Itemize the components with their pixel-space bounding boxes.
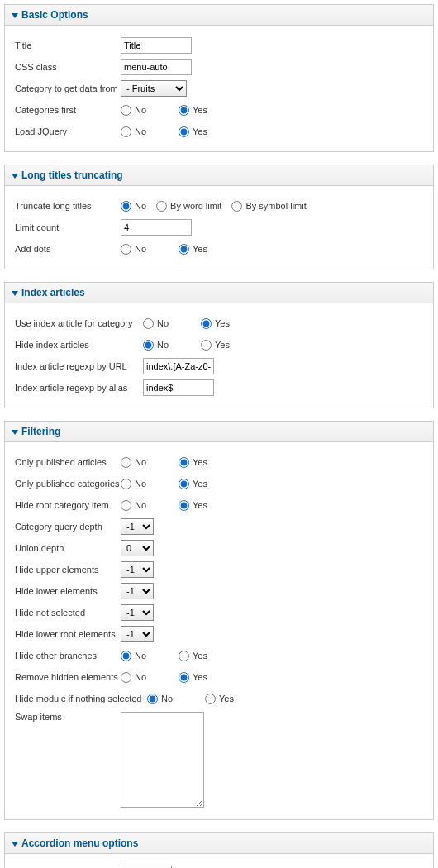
trunc-word[interactable] <box>156 201 167 212</box>
pubcat-yes[interactable] <box>179 479 189 489</box>
label-limit: Limit count <box>15 222 121 232</box>
toggle-icon[interactable] <box>12 291 18 296</box>
trunc-symbol[interactable] <box>231 201 242 212</box>
panel-title: Basic Options <box>21 9 88 21</box>
label-category: Category to get data from <box>15 83 121 93</box>
label-title: Title <box>15 41 121 50</box>
label-pubart: Only published articles <box>15 457 121 467</box>
panel-title: Filtering <box>21 426 60 437</box>
label-hlroot: Hide lower root elements <box>15 629 121 639</box>
jquery-yes[interactable] <box>179 126 189 137</box>
label-hide-index: Hide index articles <box>15 340 143 350</box>
toggle-icon[interactable] <box>12 174 18 179</box>
panel-header-filter: Filtering <box>5 422 433 442</box>
label-hmod: Hide module if nothing selected <box>15 694 147 703</box>
hother-yes[interactable] <box>179 651 189 661</box>
panel-title: Long titles truncating <box>21 169 123 181</box>
depth-select[interactable]: -1 <box>121 518 154 535</box>
label-jquery: Load JQuery <box>15 126 121 136</box>
use-index-no[interactable] <box>143 318 154 329</box>
label-hideroot: Hide root category item <box>15 500 121 510</box>
dots-yes[interactable] <box>179 244 189 255</box>
hideroot-no[interactable] <box>121 500 131 511</box>
label-pubcat: Only published categories <box>15 479 121 489</box>
catfirst-no[interactable] <box>121 105 131 116</box>
panel-header-accordion: Accordion menu options <box>5 833 433 854</box>
label-trunc: Truncate long titles <box>15 201 121 211</box>
swap-textarea[interactable] <box>121 712 204 808</box>
category-select[interactable]: - Fruits <box>121 80 187 97</box>
catfirst-yes[interactable] <box>179 105 189 116</box>
label-hns: Hide not selected <box>15 608 121 618</box>
pubart-no[interactable] <box>121 457 131 468</box>
hother-no[interactable] <box>121 651 131 661</box>
hideroot-yes[interactable] <box>179 500 189 511</box>
hide-index-yes[interactable] <box>201 340 212 351</box>
hlower-select[interactable]: -1 <box>121 583 154 599</box>
label-regexp-alias: Index article regexp by alias <box>15 383 143 393</box>
panel-header-trunc: Long titles truncating <box>5 165 433 186</box>
panel-body: Truncate long titlesNoBy word limitBy sy… <box>5 186 433 269</box>
panel-filtering: Filtering Only published articlesNoYes O… <box>4 421 434 820</box>
label-swap: Swap items <box>15 712 121 722</box>
hlroot-select[interactable]: -1 <box>121 626 154 642</box>
remove-yes[interactable] <box>179 672 189 683</box>
union-select[interactable]: 0 <box>121 540 154 556</box>
pubart-yes[interactable] <box>179 457 189 468</box>
toggle-icon[interactable] <box>12 13 18 18</box>
label-hlower: Hide lower elements <box>15 586 121 596</box>
label-regexp-url: Index article regexp by URL <box>15 361 143 371</box>
panel-body: Speed of animationNormal SkinClean Auto … <box>5 854 433 868</box>
trunc-no[interactable] <box>121 201 131 212</box>
hupper-select[interactable]: -1 <box>121 561 154 578</box>
panel-truncating: Long titles truncating Truncate long tit… <box>4 165 434 269</box>
panel-title: Index articles <box>21 287 85 298</box>
panel-index: Index articles Use index article for cat… <box>4 282 434 408</box>
title-input[interactable] <box>121 37 192 54</box>
label-css: CSS class <box>15 62 121 72</box>
label-depth: Category query depth <box>15 522 121 532</box>
hns-select[interactable]: -1 <box>121 604 154 621</box>
dots-no[interactable] <box>121 244 131 255</box>
panel-header-index: Index articles <box>5 283 433 303</box>
use-index-yes[interactable] <box>201 318 212 329</box>
panel-body: Only published articlesNoYes Only publis… <box>5 442 433 819</box>
hmod-yes[interactable] <box>205 694 216 704</box>
regexp-alias-input[interactable] <box>143 379 214 396</box>
panel-body: Title CSS class Category to get data fro… <box>5 26 433 151</box>
css-input[interactable] <box>121 59 192 75</box>
label-catfirst: Categories first <box>15 105 121 115</box>
label-dots: Add dots <box>15 244 121 254</box>
limit-input[interactable] <box>121 219 192 236</box>
label-use-index: Use index article for category <box>15 318 143 328</box>
panel-header-basic: Basic Options <box>5 5 433 26</box>
hide-index-no[interactable] <box>143 340 154 351</box>
panel-basic-options: Basic Options Title CSS class Category t… <box>4 4 434 152</box>
label-hupper: Hide upper elements <box>15 565 121 575</box>
label-remove: Remove hidden elements <box>15 672 121 682</box>
pubcat-no[interactable] <box>121 479 131 489</box>
regexp-url-input[interactable] <box>143 358 214 374</box>
hmod-no[interactable] <box>147 694 158 704</box>
remove-no[interactable] <box>121 672 131 683</box>
label-union: Union depth <box>15 543 121 553</box>
panel-title: Accordion menu options <box>21 837 138 849</box>
toggle-icon[interactable] <box>12 842 18 847</box>
panel-body: Use index article for categoryNoYes Hide… <box>5 303 433 408</box>
label-hother: Hide other branches <box>15 651 121 661</box>
jquery-no[interactable] <box>121 126 131 137</box>
panel-accordion: Accordion menu options Speed of animatio… <box>4 832 434 868</box>
toggle-icon[interactable] <box>12 430 18 435</box>
